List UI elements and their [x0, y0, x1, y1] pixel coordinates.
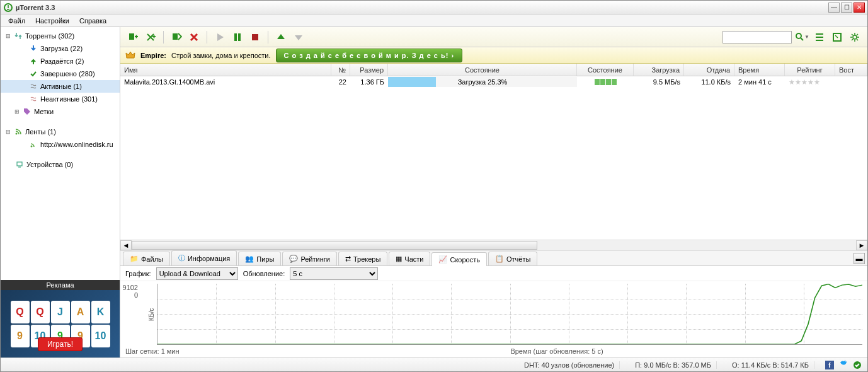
promo-button[interactable]: С о з д а й с е б е с в о й м и р. З д е… — [276, 49, 463, 62]
sidebar-feed-item[interactable]: http://www.onlinedisk.ru — [1, 138, 120, 151]
move-up-button[interactable] — [273, 30, 288, 45]
comment-icon: 💬 — [289, 255, 298, 263]
sidebar-completed[interactable]: Завершено (280) — [1, 67, 120, 80]
move-down-button[interactable] — [291, 30, 306, 45]
info-icon: ⓘ — [178, 253, 185, 263]
torrent-row[interactable]: Malavita.2013.Gt.1400MB.avi 22 1.36 ГБ З… — [120, 76, 867, 88]
promo-bar: Empire: Строй замки, дома и крепости. С … — [120, 47, 867, 64]
menu-settings[interactable]: Настройки — [30, 16, 74, 26]
chart-icon: 📈 — [438, 255, 447, 264]
ad-image[interactable]: QQJAK 9109910 Играть! — [1, 290, 120, 357]
view-list-button[interactable] — [812, 30, 827, 45]
remove-button[interactable] — [186, 30, 202, 45]
pause-button[interactable] — [230, 30, 245, 45]
col-up[interactable]: Отдача — [684, 64, 734, 76]
close-button[interactable]: ✕ — [854, 3, 865, 13]
label: Торренты (302) — [25, 32, 74, 40]
tab-info[interactable]: ⓘИнформация — [171, 250, 237, 265]
expand-icon[interactable]: ⊞ — [14, 108, 22, 115]
svg-point-7 — [796, 33, 801, 38]
stop-button[interactable] — [248, 30, 263, 45]
sidebar-active[interactable]: Активные (1) — [1, 80, 120, 93]
search-input[interactable] — [722, 31, 792, 44]
menu-help[interactable]: Справка — [74, 16, 111, 26]
sidebar: ⊟ Торренты (302) Загрузка (22) Раздаётся… — [1, 27, 120, 357]
app-icon — [3, 3, 13, 13]
download-icon — [28, 44, 38, 53]
add-torrent-button[interactable] — [125, 30, 140, 45]
col-num[interactable]: № — [331, 64, 350, 76]
cell-name: Malavita.2013.Gt.1400MB.avi — [120, 78, 331, 86]
cell-num: 22 — [331, 78, 350, 86]
sidebar-inactive[interactable]: Неактивные (301) — [1, 93, 120, 105]
x-label-center: Время (шаг обновления: 5 с) — [251, 347, 862, 357]
label: http://www.onlinedisk.ru — [40, 141, 113, 148]
view-detail-button[interactable] — [830, 30, 845, 45]
collapse-icon[interactable]: ⊟ — [6, 129, 13, 135]
svg-point-9 — [853, 35, 857, 39]
update-select[interactable]: 5 с — [290, 267, 378, 280]
col-size[interactable]: Размер — [350, 64, 388, 76]
scroll-right-button[interactable]: ► — [856, 240, 867, 250]
tab-ratings[interactable]: 💬Рейтинги — [282, 252, 337, 265]
chart-plot — [157, 284, 862, 345]
tab-speed[interactable]: 📈Скорость — [431, 252, 487, 266]
scroll-left-button[interactable]: ◄ — [120, 240, 132, 250]
menubar: Файл Настройки Справка — [1, 15, 867, 27]
col-rating[interactable]: Рейтинг — [785, 64, 835, 76]
chart-footer: Шаг сетки: 1 мин Время (шаг обновления: … — [120, 347, 867, 357]
health-bars — [595, 79, 617, 85]
menu-file[interactable]: Файл — [3, 16, 30, 26]
minimize-panel-button[interactable]: ▬ — [854, 253, 865, 264]
svg-rect-4 — [234, 33, 237, 41]
tab-pieces[interactable]: ▦Части — [389, 252, 430, 265]
add-url-button[interactable] — [143, 30, 158, 45]
create-torrent-button[interactable] — [169, 30, 184, 45]
twitter-icon[interactable] — [838, 360, 848, 370]
status-dht: DHT: 40 узлов (обновление) — [519, 361, 620, 369]
toolbar: ▼ — [120, 27, 867, 47]
sidebar-seeding[interactable]: Раздаётся (2) — [1, 55, 120, 67]
tab-reports[interactable]: 📋Отчёты — [488, 252, 537, 265]
label: Завершено (280) — [40, 70, 95, 78]
scroll-thumb[interactable] — [132, 241, 537, 250]
settings-button[interactable] — [847, 30, 862, 45]
list-header: Имя № Размер Состояние Состояние Загрузк… — [120, 64, 867, 76]
tab-peers[interactable]: 👥Пиры — [238, 252, 281, 265]
col-down[interactable]: Загрузка — [634, 64, 684, 76]
sidebar-torrents[interactable]: ⊟ Торренты (302) — [1, 30, 120, 42]
col-time[interactable]: Время — [734, 64, 785, 76]
col-health[interactable]: Состояние — [577, 64, 634, 76]
check-icon — [28, 69, 38, 78]
peers-icon: 👥 — [245, 255, 254, 263]
col-status[interactable]: Состояние — [388, 64, 577, 76]
col-name[interactable]: Имя — [120, 64, 331, 76]
rss-icon — [13, 127, 23, 136]
ad-play-button[interactable]: Играть! — [38, 337, 83, 351]
crown-icon — [125, 50, 135, 61]
torrent-list: Имя № Размер Состояние Состояние Загрузк… — [120, 64, 867, 251]
search-button[interactable]: ▼ — [794, 30, 809, 45]
status-ok-icon[interactable] — [852, 360, 862, 370]
sidebar-labels[interactable]: ⊞ Метки — [1, 105, 120, 118]
collapse-icon[interactable]: ⊟ — [6, 33, 13, 39]
statusbar: DHT: 40 узлов (обновление) П: 9.0 МБ/с В… — [1, 357, 867, 371]
sidebar-downloading[interactable]: Загрузка (22) — [1, 42, 120, 55]
col-rest[interactable]: Вост — [835, 64, 867, 76]
maximize-button[interactable]: ☐ — [841, 3, 852, 13]
minimize-button[interactable]: — — [828, 3, 840, 13]
cell-down: 9.5 МБ/s — [634, 78, 684, 86]
scroll-track[interactable] — [132, 240, 856, 250]
update-label: Обновление: — [243, 270, 285, 277]
sidebar-feeds[interactable]: ⊟ Ленты (1) — [1, 125, 120, 138]
label: Раздаётся (2) — [40, 57, 84, 65]
graph-select[interactable]: Upload & Download — [156, 267, 238, 280]
tab-trackers[interactable]: ⇄Трекеры — [338, 252, 387, 265]
horizontal-scrollbar[interactable]: ◄ ► — [120, 240, 867, 251]
label: Устройства (0) — [26, 161, 73, 168]
facebook-icon[interactable]: f — [825, 360, 835, 370]
tab-files[interactable]: 📁Файлы — [123, 252, 170, 265]
start-button[interactable] — [212, 30, 227, 45]
sidebar-devices[interactable]: Устройства (0) — [1, 158, 120, 171]
graph-label: График: — [125, 270, 151, 277]
